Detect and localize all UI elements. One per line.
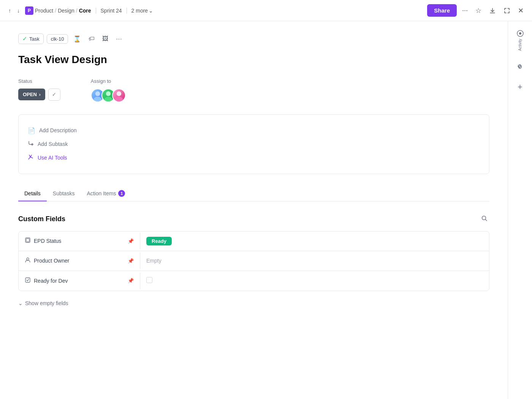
nav-down-button[interactable]: ↓ bbox=[15, 6, 22, 15]
meta-more-button[interactable]: ⋯ bbox=[114, 34, 124, 44]
star-button[interactable]: ☆ bbox=[473, 4, 484, 17]
tab-subtasks-label: Subtasks bbox=[53, 190, 75, 196]
avatar-3[interactable] bbox=[112, 89, 126, 102]
epd-status-icon bbox=[25, 237, 31, 245]
ready-badge: Ready bbox=[146, 237, 172, 245]
svg-rect-12 bbox=[25, 278, 30, 282]
topbar-left: ↑ ↓ P Product / Design / Core Sprint 24 … bbox=[6, 6, 153, 15]
svg-point-11 bbox=[27, 258, 29, 260]
status-button[interactable]: OPEN › bbox=[18, 89, 45, 100]
product-icon: P bbox=[25, 6, 33, 15]
assignees[interactable] bbox=[91, 89, 126, 102]
task-title: Task View Design bbox=[18, 53, 489, 66]
svg-point-0 bbox=[95, 91, 100, 96]
breadcrumb-divider bbox=[96, 8, 96, 14]
resize-button[interactable] bbox=[501, 5, 513, 16]
ai-icon bbox=[28, 154, 34, 162]
breadcrumb: P Product / Design / Core Sprint 24 2 mo… bbox=[25, 6, 153, 15]
tabs: Details Subtasks Action Items 1 bbox=[18, 186, 489, 201]
svg-point-2 bbox=[106, 91, 111, 96]
product-owner-pin-button[interactable]: 📌 bbox=[128, 258, 134, 264]
topbar: ↑ ↓ P Product / Design / Core Sprint 24 … bbox=[0, 0, 532, 21]
epd-status-value-cell[interactable]: Ready bbox=[140, 232, 489, 250]
show-empty-fields[interactable]: ⌄ Show empty fields bbox=[18, 299, 489, 308]
tab-subtasks[interactable]: Subtasks bbox=[47, 186, 81, 201]
table-row: Ready for Dev 📌 bbox=[19, 271, 489, 291]
breadcrumb-sprint[interactable]: Sprint 24 bbox=[101, 8, 122, 14]
epd-status-pin-button[interactable]: 📌 bbox=[128, 238, 134, 244]
status-row: OPEN › ✓ bbox=[18, 89, 60, 101]
product-owner-label-cell: Product Owner 📌 bbox=[19, 252, 140, 269]
svg-point-7 bbox=[30, 156, 31, 157]
add-description-item[interactable]: 📄 Add Description bbox=[28, 124, 480, 137]
svg-point-1 bbox=[93, 97, 101, 102]
product-owner-empty: Empty bbox=[146, 258, 162, 264]
breadcrumb-divider-2 bbox=[127, 8, 127, 14]
table-row: Product Owner 📌 Empty bbox=[19, 251, 489, 271]
topbar-right: Share ··· ☆ ✕ bbox=[427, 4, 526, 17]
check-icon: ✓ bbox=[52, 92, 56, 97]
svg-point-4 bbox=[117, 91, 121, 96]
status-check-button[interactable]: ✓ bbox=[48, 89, 60, 101]
tab-details-label: Details bbox=[24, 190, 41, 196]
breadcrumb-more[interactable]: 2 more ⌄ bbox=[131, 8, 154, 14]
status-arrow-icon: › bbox=[39, 92, 41, 97]
ready-for-dev-value-cell[interactable] bbox=[140, 272, 489, 289]
task-type-label: Task bbox=[29, 36, 40, 42]
use-ai-label: Use AI Tools bbox=[38, 155, 67, 161]
chevron-down-icon: ⌄ bbox=[149, 8, 153, 14]
nav-arrows: ↑ ↓ bbox=[6, 6, 22, 15]
download-button[interactable] bbox=[487, 5, 498, 16]
product-owner-icon bbox=[25, 257, 31, 264]
task-meta: ✓ Task clk-10 ⌛ 🏷 🖼 ⋯ bbox=[18, 33, 489, 44]
add-subtask-item[interactable]: Add Subtask bbox=[28, 137, 480, 151]
tab-action-items[interactable]: Action Items 1 bbox=[81, 186, 131, 201]
custom-fields-title: Custom Fields bbox=[18, 215, 65, 223]
tab-details[interactable]: Details bbox=[18, 186, 47, 201]
activity-button[interactable]: Activity bbox=[514, 27, 526, 53]
main-layout: ✓ Task clk-10 ⌛ 🏷 🖼 ⋯ Task View Design S… bbox=[0, 21, 532, 399]
use-ai-item[interactable]: Use AI Tools bbox=[28, 151, 480, 165]
custom-fields-header: Custom Fields bbox=[18, 214, 489, 225]
task-properties: Status OPEN › ✓ Assign to bbox=[18, 78, 489, 102]
nav-up-button[interactable]: ↑ bbox=[6, 6, 13, 15]
content-area: ✓ Task clk-10 ⌛ 🏷 🖼 ⋯ Task View Design S… bbox=[0, 21, 508, 399]
add-button[interactable]: + bbox=[515, 81, 525, 93]
breadcrumb-product[interactable]: Product bbox=[35, 8, 53, 14]
svg-rect-10 bbox=[26, 239, 29, 242]
breadcrumb-design[interactable]: Design bbox=[58, 8, 74, 14]
assign-group: Assign to bbox=[91, 78, 126, 102]
share-button[interactable]: Share bbox=[427, 4, 457, 17]
task-type-badge: ✓ Task bbox=[18, 33, 44, 44]
link-button[interactable] bbox=[514, 61, 526, 73]
hourglass-button[interactable]: ⌛ bbox=[71, 34, 83, 44]
plus-icon: + bbox=[518, 83, 522, 91]
image-button[interactable]: 🖼 bbox=[100, 34, 111, 44]
tag-button[interactable]: 🏷 bbox=[86, 34, 97, 44]
chevron-down-icon: ⌄ bbox=[18, 300, 23, 306]
task-id-badge: clk-10 bbox=[47, 34, 68, 44]
description-area: 📄 Add Description Add Subtask bbox=[18, 114, 489, 174]
breadcrumb-core[interactable]: Core bbox=[79, 8, 91, 14]
add-description-label: Add Description bbox=[39, 127, 77, 133]
right-sidebar: Activity + bbox=[508, 21, 532, 399]
ready-for-dev-checkbox[interactable] bbox=[146, 277, 152, 283]
epd-status-field-label: EPD Status bbox=[34, 238, 61, 244]
epd-status-label-cell: EPD Status 📌 bbox=[19, 233, 140, 249]
status-label: Status bbox=[18, 78, 60, 84]
svg-point-5 bbox=[115, 97, 123, 102]
breadcrumb-sep-2: / bbox=[76, 8, 78, 14]
ready-for-dev-field-label: Ready for Dev bbox=[34, 278, 68, 284]
action-items-badge: 1 bbox=[118, 190, 125, 197]
tab-action-items-label: Action Items bbox=[87, 190, 116, 196]
product-owner-value-cell[interactable]: Empty bbox=[140, 253, 489, 268]
activity-label: Activity bbox=[518, 39, 522, 51]
add-subtask-label: Add Subtask bbox=[38, 141, 68, 147]
task-check-icon: ✓ bbox=[22, 35, 27, 42]
more-options-button[interactable]: ··· bbox=[460, 4, 470, 17]
custom-fields-table: EPD Status 📌 Ready Product Owner bbox=[18, 231, 489, 291]
close-button[interactable]: ✕ bbox=[516, 4, 526, 17]
svg-point-14 bbox=[519, 32, 521, 35]
search-fields-button[interactable] bbox=[480, 214, 489, 225]
ready-for-dev-pin-button[interactable]: 📌 bbox=[128, 278, 134, 283]
